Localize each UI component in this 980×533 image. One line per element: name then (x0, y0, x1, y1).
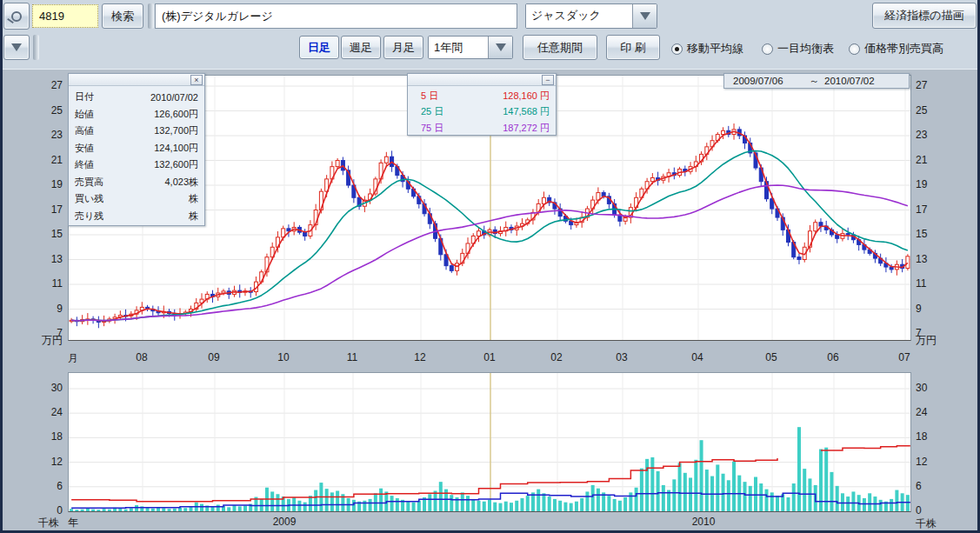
volume-chart-plot[interactable] (68, 372, 911, 512)
quote-info-label: 売り残 (75, 210, 103, 223)
quote-info-row: 売り残株 (69, 208, 204, 225)
period-select-arrow[interactable] (488, 37, 512, 58)
print-button[interactable]: 印 刷 (606, 35, 660, 60)
price-axis-tick-left: 27 (19, 80, 63, 91)
year-axis-label: 2009 (265, 516, 303, 528)
ma-legend-label: 5 日 (414, 90, 438, 103)
price-axis-tick-left: 23 (19, 130, 63, 141)
market-select-arrow[interactable] (632, 4, 657, 28)
quote-info-value: 126,600円 (154, 108, 198, 121)
date-range-to: 2010/07/02 (819, 76, 875, 86)
toolbar-separator (148, 3, 154, 29)
month-axis-label: 10 (264, 351, 303, 363)
radio-circle-icon (671, 43, 683, 55)
ma-legend-box[interactable]: − 5 日128,160 円25 日147,568 円75 日187,272 円 (407, 73, 557, 136)
quote-info-value: 132,700円 (154, 124, 198, 137)
price-axis-tick-right: 15 (916, 229, 959, 240)
quote-info-row: 買い残株 (69, 190, 204, 208)
volume-axis-tick-left: 12 (19, 456, 63, 468)
toolbar-separator (33, 35, 39, 60)
month-axis-label: 01 (470, 351, 509, 363)
month-axis-label: 05 (752, 351, 790, 363)
ma-legend-titlebar[interactable]: − (408, 74, 556, 86)
expand-panel-button[interactable] (3, 35, 30, 60)
price-axis-tick-right: 13 (916, 254, 959, 265)
quote-info-row: 日付2010/07/02 (69, 89, 204, 106)
minimize-icon[interactable]: − (542, 75, 554, 85)
volume-axis-tick-right: 0 (916, 505, 959, 516)
price-axis-tick-right: 17 (916, 204, 959, 216)
tab-daily[interactable]: 日足 (299, 36, 339, 59)
volume-axis-tick-right: 24 (916, 407, 959, 418)
radio-circle-icon (849, 43, 860, 55)
quote-info-label: 安値 (75, 142, 94, 155)
radio-price-band-volume[interactable]: 価格帯別売買高 (849, 41, 943, 57)
volume-axis-tick-right: 18 (916, 431, 959, 443)
market-select-value: ジャスダック (526, 4, 632, 28)
search-icon (11, 11, 22, 22)
period-select-value: 1年間 (429, 37, 488, 58)
quote-info-label: 始値 (75, 108, 94, 121)
price-axis-tick-right: 21 (916, 155, 959, 166)
month-axis-label: 07 (885, 351, 923, 363)
price-axis-tick-left: 21 (19, 155, 63, 166)
close-icon[interactable]: × (190, 75, 203, 85)
month-axis-label: 11 (333, 351, 371, 363)
ma-legend-value: 187,272 円 (503, 122, 550, 135)
price-axis-tick-right: 27 (916, 80, 959, 91)
price-axis-tick-left: 19 (19, 179, 63, 190)
stock-name-input[interactable] (155, 3, 517, 29)
price-axis-tick-right: 11 (916, 278, 959, 290)
radio-circle-icon (762, 43, 773, 55)
ma-legend-value: 128,160 円 (503, 90, 550, 103)
date-range-from: 2009/07/06 (724, 76, 783, 86)
tab-monthly[interactable]: 月足 (383, 36, 423, 59)
period-select[interactable]: 1年間 (428, 36, 513, 59)
year-axis-label: 2010 (684, 516, 723, 528)
date-range-separator: ～ (783, 75, 820, 88)
quote-info-row: 安値124,100円 (69, 140, 204, 157)
ma-legend-rows: 5 日128,160 円25 日147,568 円75 日187,272 円 (408, 86, 556, 137)
market-select[interactable]: ジャスダック (525, 3, 657, 29)
volume-axis-tick-left: 30 (19, 383, 63, 394)
date-range-box: 2009/07/06 ～ 2010/07/02 (723, 73, 910, 89)
stock-code-input[interactable] (32, 4, 98, 28)
price-axis-tick-left: 25 (19, 105, 63, 117)
search-icon-button[interactable] (3, 3, 30, 30)
quote-info-label: 売買高 (75, 176, 103, 189)
radio-label: 一目均衡表 (777, 41, 834, 57)
month-axis-label: 08 (123, 351, 161, 363)
tab-weekly[interactable]: 週足 (341, 36, 381, 59)
quote-info-value: 4,023株 (164, 176, 198, 189)
quote-info-row: 終値132,600円 (69, 157, 204, 174)
price-axis-tick-left: 11 (19, 278, 63, 290)
quote-info-row: 売買高4,023株 (69, 174, 204, 191)
quote-info-label: 日付 (75, 90, 94, 103)
custom-period-button[interactable]: 任意期間 (523, 35, 597, 60)
quote-info-titlebar[interactable]: × (69, 74, 204, 86)
month-axis-label: 月 (54, 351, 92, 366)
quote-info-label: 終値 (75, 158, 94, 171)
month-axis-label: 02 (537, 351, 576, 363)
price-axis-tick-right: 25 (916, 105, 959, 117)
price-axis-tick-left: 17 (19, 204, 63, 216)
ma-legend-row: 75 日187,272 円 (408, 120, 556, 137)
quote-info-row: 高値132,700円 (69, 123, 204, 140)
price-axis-tick-right: 19 (916, 179, 959, 190)
stock-chart-window: 検索 ジャスダック 経済指標の描画 日足 週足 月足 1年間 任意期間 印 刷 … (0, 0, 980, 533)
price-axis-tick-left: 15 (19, 229, 63, 240)
volume-axis-tick-right: 12 (916, 456, 959, 468)
ma-legend-row: 5 日128,160 円 (408, 88, 556, 104)
volume-axis-unit-left: 千株 (9, 517, 59, 529)
month-axis-label: 04 (678, 351, 717, 363)
radio-moving-average[interactable]: 移動平均線 (671, 41, 743, 57)
price-axis-tick-right: 9 (916, 303, 959, 315)
economic-indicator-button[interactable]: 経済指標の描画 (872, 3, 977, 29)
month-axis-label: 06 (814, 351, 852, 363)
search-button[interactable]: 検索 (102, 3, 143, 29)
month-axis-label: 03 (603, 351, 641, 363)
radio-ichimoku[interactable]: 一目均衡表 (762, 41, 834, 57)
price-axis-tick-right: 23 (916, 130, 959, 141)
quote-info-box[interactable]: × 日付2010/07/02始値126,600円高値132,700円安値124,… (68, 73, 205, 226)
month-axis-label: 09 (195, 351, 233, 363)
